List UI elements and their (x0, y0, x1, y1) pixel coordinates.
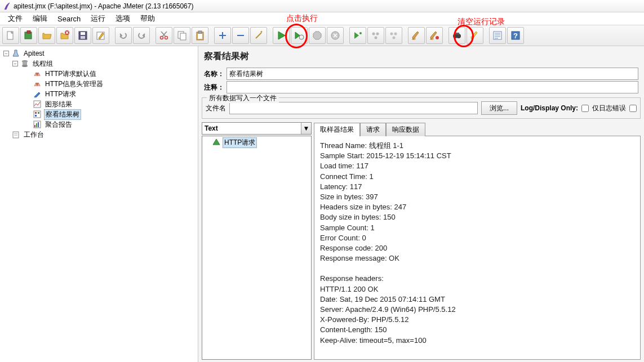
tree-toggle-icon[interactable]: − (12, 61, 18, 66)
tree-item-http-request[interactable]: HTTP请求 (1, 89, 197, 99)
svg-rect-43 (38, 122, 39, 127)
expand-button[interactable] (214, 27, 231, 44)
new-button[interactable] (2, 27, 19, 44)
menu-options[interactable]: 选项 (111, 12, 135, 25)
main-area: − Apitest − 线程组 HTTP请求默认值 HTTP信息头管理器 HTT… (0, 46, 644, 362)
tab-sampler-result[interactable]: 取样器结果 (314, 123, 360, 136)
tree-toggle-icon[interactable]: − (3, 51, 9, 56)
window-titlebar: apitest.jmx (F:\apitest.jmx) - Apache JM… (0, 0, 644, 12)
shutdown-button[interactable] (327, 27, 344, 44)
svg-point-34 (34, 96, 36, 98)
tree-workbench[interactable]: 工作台 (1, 129, 197, 140)
sampler-result-row[interactable]: HTTP请求 (202, 137, 311, 148)
clear-button[interactable] (408, 27, 425, 44)
svg-rect-37 (35, 112, 37, 114)
svg-rect-36 (34, 111, 41, 118)
menu-file[interactable]: 文件 (3, 12, 27, 25)
function-helper-button[interactable] (489, 27, 506, 44)
remote-play-all-icon (371, 30, 381, 41)
comment-input[interactable] (226, 81, 638, 93)
search-reset-button[interactable] (467, 27, 483, 44)
menu-edit[interactable]: 编辑 (28, 12, 52, 25)
stop-icon (312, 30, 322, 41)
tree-item-view-results-tree[interactable]: 察看结果树 (1, 109, 197, 119)
menu-search[interactable]: Search (53, 14, 85, 24)
close-button[interactable] (56, 27, 73, 44)
toggle-button[interactable] (250, 27, 267, 44)
svg-point-18 (372, 33, 375, 35)
save-icon (78, 30, 88, 41)
svg-rect-39 (35, 115, 37, 117)
tree-item-http-defaults[interactable]: HTTP请求默认值 (1, 69, 197, 79)
play-fast-icon (294, 30, 304, 41)
svg-rect-42 (36, 123, 37, 127)
menu-help[interactable]: 帮助 (136, 12, 159, 25)
remote-start-button[interactable] (349, 27, 366, 44)
clear-all-button[interactable] (426, 27, 443, 44)
renderer-dropdown[interactable]: Text ▼ (202, 122, 312, 135)
browse-button[interactable]: 浏览... (481, 101, 517, 115)
tree-thread-group[interactable]: − 线程组 (1, 59, 197, 69)
success-icon (212, 138, 220, 146)
undo-button[interactable] (115, 27, 132, 44)
paste-button[interactable] (192, 27, 208, 44)
workbench-icon (11, 130, 20, 139)
help-button[interactable]: ? (507, 27, 524, 44)
svg-rect-13 (198, 31, 202, 33)
svg-rect-14 (198, 34, 202, 39)
extra-checkbox[interactable] (629, 105, 637, 112)
svg-rect-35 (34, 101, 41, 108)
list-icon (492, 30, 503, 41)
start-button[interactable] (273, 27, 290, 44)
remote-stop-button[interactable] (385, 27, 402, 44)
collapse-button[interactable] (232, 27, 249, 44)
play-icon (276, 30, 286, 41)
svg-point-26 (456, 34, 461, 38)
cut-button[interactable] (156, 27, 172, 44)
save-button[interactable] (74, 27, 91, 44)
save-as-button[interactable] (92, 27, 109, 44)
file-icon (6, 30, 16, 41)
stop-button[interactable] (309, 27, 326, 44)
tree-item-header-mgr[interactable]: HTTP信息头管理器 (1, 79, 197, 89)
sampler-tree[interactable]: HTTP请求 (202, 136, 312, 360)
templates-button[interactable] (20, 27, 37, 44)
tree-item-graph-results[interactable]: 图形结果 (1, 99, 197, 109)
svg-point-20 (375, 37, 377, 39)
search-button[interactable] (448, 27, 465, 44)
redo-icon (136, 30, 146, 41)
copy-button[interactable] (174, 27, 190, 44)
menu-run[interactable]: 运行 (86, 12, 110, 25)
tree-item-aggregate-report[interactable]: 聚合报告 (1, 119, 197, 129)
undo-icon (118, 30, 128, 41)
remote-start-all-button[interactable] (367, 27, 384, 44)
test-plan-tree[interactable]: − Apitest − 线程组 HTTP请求默认值 HTTP信息头管理器 HTT… (0, 46, 198, 362)
binoculars-icon (452, 30, 462, 41)
template-icon (24, 30, 34, 41)
open-button[interactable] (38, 27, 55, 44)
dropper-icon (33, 90, 42, 99)
tab-response-data[interactable]: 响应数据 (386, 123, 425, 136)
flask-icon (11, 49, 20, 58)
sampler-column: Text ▼ HTTP请求 (202, 122, 312, 360)
folder-open-icon (42, 30, 52, 41)
svg-point-24 (436, 36, 439, 39)
spool-icon (20, 59, 29, 68)
file-label: 文件名 (206, 104, 226, 113)
svg-point-23 (393, 37, 396, 39)
tab-request[interactable]: 请求 (360, 123, 386, 136)
comment-label: 注释： (204, 83, 226, 92)
name-input[interactable] (226, 68, 638, 80)
broom-yellow-icon (470, 30, 480, 41)
copy-icon (177, 30, 187, 41)
sampler-result-content[interactable]: Thread Name: 线程组 1-1 Sample Start: 2015-… (314, 136, 641, 360)
errors-only-checkbox[interactable] (581, 105, 589, 112)
report-icon (33, 120, 42, 129)
start-no-timers-button[interactable] (291, 27, 308, 44)
file-input[interactable] (229, 102, 478, 114)
tree-root[interactable]: − Apitest (1, 48, 197, 59)
redo-button[interactable] (133, 27, 150, 44)
app-icon (3, 2, 10, 10)
broom-all-icon (429, 30, 439, 41)
svg-point-22 (394, 33, 397, 35)
